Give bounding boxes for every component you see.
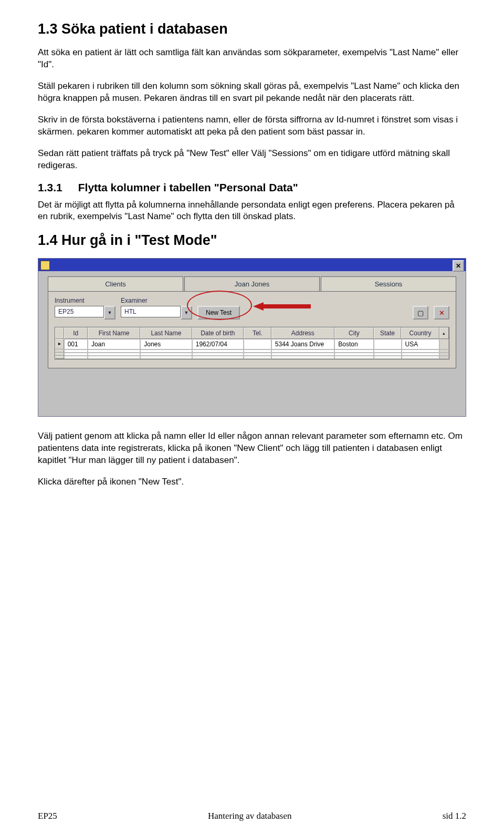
table-row[interactable]: ▸ 001 Joan Jones 1962/07/04 5344 Joans D… [55,339,449,349]
window-titlebar: ✕ [38,259,466,271]
app-window: ✕ Clients Joan Jones Sessions Instrument… [38,258,466,417]
clients-table: Id First Name Last Name Date of birth Te… [55,327,449,359]
cell-state [374,339,402,349]
row-pointer-icon: ▸ [55,339,64,349]
heading-1-3-1-title: Flytta kolumner i tabellen "Personal Dat… [78,181,298,194]
cell-dob: 1962/07/04 [192,339,244,349]
heading-1-4: 1.4 Hur gå in i "Test Mode" [38,232,466,249]
tab-sessions[interactable]: Sessions [321,276,456,291]
column-header-city[interactable]: City [334,327,374,339]
instrument-select[interactable]: EP25 ▼ [55,306,116,320]
tab-clients[interactable]: Clients [48,276,183,291]
column-header-id[interactable]: Id [64,327,88,339]
table-row[interactable] [55,356,449,359]
document-icon: ▢ [417,309,424,317]
heading-1-3-1-number: 1.3.1 [38,181,62,194]
heading-1-3: 1.3 Söka patient i databasen [38,21,466,37]
instrument-label: Instrument [55,297,116,304]
column-header-state[interactable]: State [374,327,402,339]
chevron-down-icon[interactable]: ▼ [104,306,116,320]
column-header-country[interactable]: Country [401,327,439,339]
paragraph: Ställ pekaren i rubriken till den kolumn… [38,80,466,105]
scrollbar-track[interactable] [439,339,449,349]
scroll-up-button[interactable]: ▴ [439,327,449,339]
cell-id: 001 [64,339,88,349]
examiner-label: Examiner [121,297,192,304]
examiner-select[interactable]: HTL ▼ [121,306,192,320]
new-client-button[interactable]: ▢ [413,306,428,320]
delete-icon: ✕ [439,309,445,317]
close-icon: ✕ [456,262,461,270]
column-header-first-name[interactable]: First Name [88,327,140,339]
chevron-down-icon[interactable]: ▼ [181,306,192,320]
column-header-last-name[interactable]: Last Name [140,327,192,339]
delete-client-button[interactable]: ✕ [434,306,449,320]
column-header-address[interactable]: Address [271,327,334,339]
paragraph: Klicka därefter på ikonen "New Test". [38,476,466,488]
paragraph: Det är möjligt att flytta på kolumnerna … [38,199,466,223]
column-header-dob[interactable]: Date of birth [192,327,244,339]
footer-right: sid 1.2 [443,811,466,821]
new-test-button[interactable]: New Test [197,306,240,320]
paragraph: Sedan rätt patient träffats på tryck på … [38,148,466,172]
row-selector-header [55,327,64,339]
cell-last-name: Jones [140,339,192,349]
page-footer: EP25 Hantering av databasen sid 1.2 [38,811,466,821]
examiner-value: HTL [121,306,181,317]
table-header-row: Id First Name Last Name Date of birth Te… [55,327,449,339]
footer-center: Hantering av databasen [208,811,292,821]
instrument-value: EP25 [55,306,104,317]
cell-city: Boston [334,339,374,349]
paragraph: Skriv in de första bokstäverna i patient… [38,114,466,138]
cell-tel [244,339,271,349]
system-menu-icon[interactable] [40,261,50,270]
column-header-tel[interactable]: Tel. [244,327,271,339]
window-close-button[interactable]: ✕ [453,260,464,272]
cell-address: 5344 Joans Drive [271,339,335,349]
paragraph: Välj patient genom att klicka på namn el… [38,430,466,467]
cell-first-name: Joan [88,339,140,349]
paragraph: Att söka en patient är lätt och samtliga… [38,47,466,71]
cell-country: USA [402,339,440,349]
tab-current-client[interactable]: Joan Jones [184,276,320,291]
footer-left: EP25 [38,811,57,821]
